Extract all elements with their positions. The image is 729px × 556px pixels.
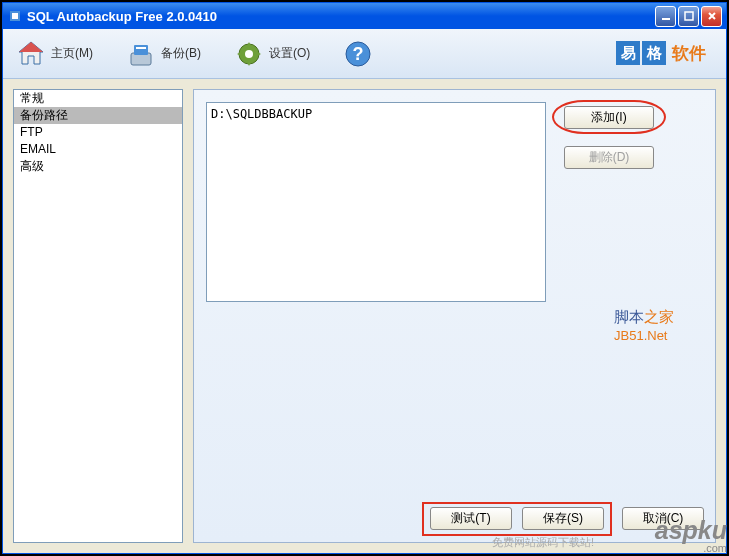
title-bar: SQL Autobackup Free 2.0.0410	[3, 3, 726, 29]
maximize-button[interactable]	[678, 6, 699, 27]
main-area: 常规 备份路径 FTP EMAIL 高级 D:\SQLDBBACKUP 添加(I…	[3, 79, 726, 553]
brand-char-2: 格	[642, 41, 666, 65]
svg-rect-1	[12, 13, 18, 19]
path-item[interactable]: D:\SQLDBBACKUP	[211, 107, 541, 121]
content-panel: D:\SQLDBBACKUP 添加(I) 删除(D) 脚本之家 JB51.Net…	[193, 89, 716, 543]
toolbar-home[interactable]: 主页(M)	[15, 38, 93, 70]
brand-logo: 易 格 软件	[616, 41, 706, 65]
toolbar-settings[interactable]: 设置(O)	[233, 38, 310, 70]
window-title: SQL Autobackup Free 2.0.0410	[27, 9, 655, 24]
save-button[interactable]: 保存(S)	[522, 507, 604, 530]
brand-text: 软件	[672, 42, 706, 65]
svg-rect-6	[136, 47, 146, 49]
toolbar-home-label: 主页(M)	[51, 45, 93, 62]
backup-icon	[125, 38, 157, 70]
sidebar-item-general[interactable]: 常规	[14, 90, 182, 107]
close-button[interactable]	[701, 6, 722, 27]
toolbar: 主页(M) 备份(B) 设置(O) ? 易 格 软件	[3, 29, 726, 79]
help-icon: ?	[342, 38, 374, 70]
sidebar-item-ftp[interactable]: FTP	[14, 124, 182, 141]
gear-icon	[233, 38, 265, 70]
test-button[interactable]: 测试(T)	[430, 507, 512, 530]
svg-text:?: ?	[353, 44, 364, 64]
sidebar-item-email[interactable]: EMAIL	[14, 141, 182, 158]
brand-char-1: 易	[616, 41, 640, 65]
home-icon	[15, 38, 47, 70]
sidebar-item-advanced[interactable]: 高级	[14, 158, 182, 175]
svg-point-8	[245, 50, 253, 58]
window-controls	[655, 6, 722, 27]
delete-button: 删除(D)	[564, 146, 654, 169]
application-window: SQL Autobackup Free 2.0.0410 主页(M) 备份(B)	[2, 2, 727, 554]
watermark-jbzj: 脚本之家	[614, 308, 674, 327]
app-icon	[7, 8, 23, 24]
toolbar-backup[interactable]: 备份(B)	[125, 38, 201, 70]
svg-rect-5	[134, 45, 148, 55]
sidebar-item-backup-path[interactable]: 备份路径	[14, 107, 182, 124]
add-button[interactable]: 添加(I)	[564, 106, 654, 129]
sidebar: 常规 备份路径 FTP EMAIL 高级	[13, 89, 183, 543]
svg-rect-2	[662, 18, 670, 20]
minimize-button[interactable]	[655, 6, 676, 27]
toolbar-backup-label: 备份(B)	[161, 45, 201, 62]
toolbar-settings-label: 设置(O)	[269, 45, 310, 62]
svg-rect-3	[685, 12, 693, 20]
path-list[interactable]: D:\SQLDBBACKUP	[206, 102, 546, 302]
cancel-button[interactable]: 取消(C)	[622, 507, 704, 530]
toolbar-help[interactable]: ?	[342, 38, 374, 70]
watermark-jb51: JB51.Net	[614, 328, 667, 343]
